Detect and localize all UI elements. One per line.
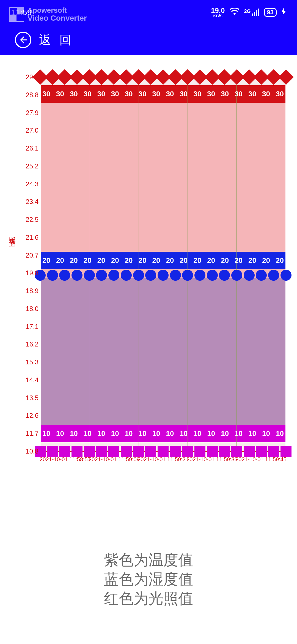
app-header: 返回 <box>0 25 297 55</box>
y-tick: 15.3 <box>19 358 38 366</box>
y-tick: 20.7 <box>19 252 38 259</box>
y-tick: 22.5 <box>19 216 38 223</box>
arrow-left-icon <box>18 35 28 45</box>
cellular-icon: 2G <box>244 9 259 16</box>
y-tick: 13.5 <box>19 394 38 402</box>
y-axis-label: 历史数据 <box>8 248 16 252</box>
magenta-labels: 101010101010101010101010101010101010 <box>41 429 285 438</box>
y-tick: 26.1 <box>19 144 38 152</box>
x-tick: 2021-10-01 11:59:45 <box>231 456 291 463</box>
wifi-icon <box>230 8 239 17</box>
charging-icon <box>282 8 286 17</box>
purple-fill-area <box>41 278 285 442</box>
blue-circle-markers <box>35 270 292 281</box>
y-tick: 11.7 <box>19 430 38 437</box>
legend-purple: 紫色为温度值 <box>0 550 297 570</box>
legend-blue: 蓝色为湿度值 <box>0 570 297 589</box>
y-tick: 28.8 <box>19 91 38 99</box>
y-tick: 19.8 <box>19 269 38 277</box>
y-tick: 18.0 <box>19 305 38 313</box>
y-tick: 24.3 <box>19 180 38 188</box>
red-fill-area <box>41 85 285 278</box>
y-tick: 10.8 <box>19 447 38 455</box>
apowersoft-logo-icon <box>9 7 24 22</box>
back-button[interactable] <box>15 32 31 48</box>
y-tick: 23.4 <box>19 198 38 206</box>
y-tick: 18.9 <box>19 287 38 295</box>
battery-icon: 93 <box>264 8 277 17</box>
y-tick: 17.1 <box>19 323 38 331</box>
y-tick: 25.2 <box>19 162 38 170</box>
app-watermark: Apowersoft Video Converter <box>9 7 87 22</box>
y-tick: 12.6 <box>19 412 38 419</box>
y-tick: 21.6 <box>19 234 38 241</box>
y-tick: 29.7 <box>19 73 38 81</box>
network-speed: 19.0 KB/S <box>211 7 225 18</box>
red-labels: 303030303030303030303030303030303030 <box>41 90 285 98</box>
history-chart[interactable]: 历史数据 30303030303030303030303030303030303… <box>0 55 297 523</box>
y-tick: 27.9 <box>19 109 38 117</box>
chart-plot-area[interactable]: 3030303030303030303030303030303030302020… <box>41 77 285 451</box>
red-diamond-markers <box>35 72 292 83</box>
back-label: 返回 <box>39 32 80 48</box>
y-tick: 16.2 <box>19 340 38 348</box>
y-tick: 27.0 <box>19 127 38 134</box>
blue-labels: 202020202020202020202020202020202020 <box>41 256 285 265</box>
magenta-square-markers <box>35 446 292 457</box>
chart-legend: 紫色为温度值 蓝色为湿度值 红色为光照值 <box>0 550 297 608</box>
y-tick: 14.4 <box>19 376 38 384</box>
legend-red: 红色为光照值 <box>0 589 297 608</box>
